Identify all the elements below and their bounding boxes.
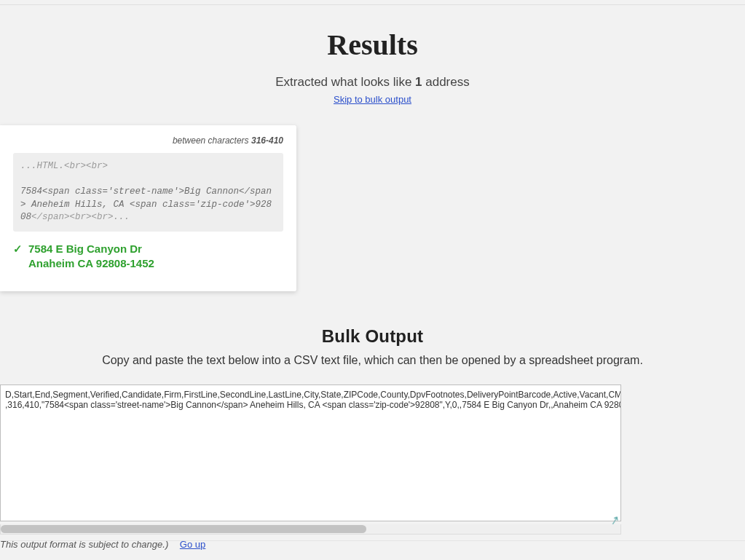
subtitle-prefix: Extracted what looks like [275, 75, 415, 89]
top-divider [0, 4, 745, 5]
result-card: between characters 316-410 ...HTML.<br><… [0, 125, 296, 291]
verified-address: ✓ 7584 E Big Canyon Dr Anaheim CA 92808-… [13, 242, 283, 272]
subtitle-count: 1 [415, 75, 422, 89]
address-line-2: Anaheim CA 92808-1452 [28, 256, 154, 271]
page-content: Results Extracted what looks like 1 addr… [0, 0, 745, 550]
results-subtitle: Extracted what looks like 1 address [0, 75, 745, 90]
range-value: 316-410 [251, 135, 283, 146]
skip-to-bulk-link[interactable]: Skip to bulk output [0, 94, 745, 105]
address-line-1: 7584 E Big Canyon Dr [28, 242, 154, 256]
bulk-output-container: ↗ This output format is subject to chang… [0, 384, 621, 550]
range-prefix: between characters [173, 135, 251, 146]
bulk-output-description: Copy and paste the text below into a CSV… [0, 354, 745, 367]
bulk-output-title: Bulk Output [0, 326, 745, 347]
page-title: Results [0, 28, 745, 62]
check-icon: ✓ [13, 242, 23, 256]
scrollbar-thumb[interactable] [1, 525, 366, 533]
horizontal-scrollbar[interactable] [0, 524, 621, 535]
snippet-leading: ...HTML.<br><br> [20, 161, 108, 171]
subtitle-suffix: address [422, 75, 470, 89]
character-range: between characters 316-410 [13, 135, 283, 146]
bulk-output-textarea[interactable] [0, 384, 621, 521]
snippet-trailing: </span><br><br>... [31, 212, 130, 222]
address-text: 7584 E Big Canyon Dr Anaheim CA 92808-14… [28, 242, 154, 272]
source-snippet: ...HTML.<br><br> 7584<span class='street… [13, 153, 283, 232]
bottom-divider [0, 540, 745, 541]
